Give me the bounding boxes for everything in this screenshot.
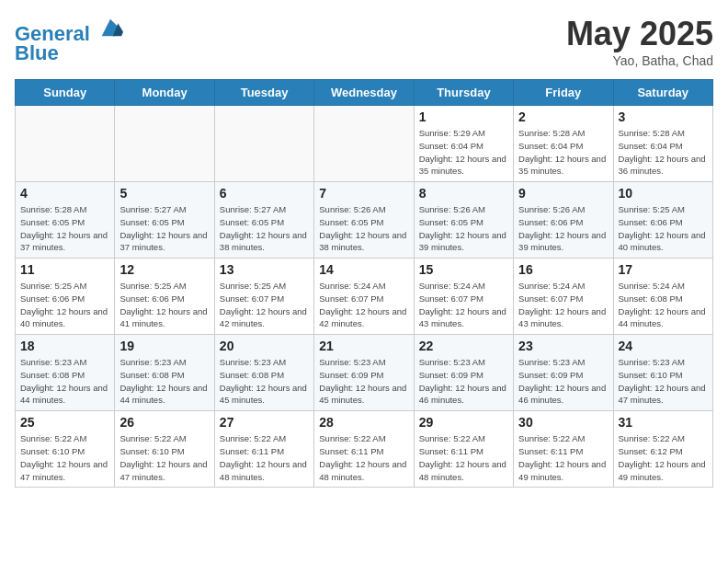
day-info: Sunrise: 5:23 AM Sunset: 6:10 PM Dayligh… — [619, 356, 708, 407]
calendar-cell: 15Sunrise: 5:24 AM Sunset: 6:07 PM Dayli… — [414, 259, 513, 335]
day-info: Sunrise: 5:22 AM Sunset: 6:10 PM Dayligh… — [119, 432, 209, 483]
logo: General Blue — [15, 15, 123, 65]
weekday-monday: Monday — [115, 80, 214, 106]
day-number: 1 — [419, 109, 508, 124]
day-number: 13 — [220, 262, 309, 277]
weekday-thursday: Thursday — [414, 80, 513, 106]
logo-icon — [97, 15, 123, 40]
calendar-cell: 8Sunrise: 5:26 AM Sunset: 6:05 PM Daylig… — [414, 182, 513, 259]
day-number: 11 — [20, 262, 109, 277]
day-number: 18 — [20, 339, 109, 353]
day-number: 4 — [20, 186, 109, 201]
week-row-4: 18Sunrise: 5:23 AM Sunset: 6:08 PM Dayli… — [16, 335, 713, 411]
calendar-cell — [115, 106, 214, 182]
week-row-1: 1Sunrise: 5:29 AM Sunset: 6:04 PM Daylig… — [16, 106, 713, 182]
day-number: 9 — [518, 186, 608, 201]
calendar-cell: 1Sunrise: 5:29 AM Sunset: 6:04 PM Daylig… — [414, 106, 513, 182]
calendar-cell: 20Sunrise: 5:23 AM Sunset: 6:08 PM Dayli… — [214, 335, 313, 411]
calendar-cell: 11Sunrise: 5:25 AM Sunset: 6:06 PM Dayli… — [16, 259, 115, 335]
day-number: 24 — [619, 339, 708, 353]
day-number: 21 — [319, 339, 408, 353]
calendar-cell: 31Sunrise: 5:22 AM Sunset: 6:12 PM Dayli… — [613, 411, 712, 488]
calendar-cell — [214, 106, 313, 182]
calendar-cell: 9Sunrise: 5:26 AM Sunset: 6:06 PM Daylig… — [514, 182, 613, 259]
day-info: Sunrise: 5:22 AM Sunset: 6:11 PM Dayligh… — [518, 432, 608, 483]
calendar-cell: 17Sunrise: 5:24 AM Sunset: 6:08 PM Dayli… — [613, 259, 712, 335]
calendar-cell: 21Sunrise: 5:23 AM Sunset: 6:09 PM Dayli… — [314, 335, 414, 411]
calendar-cell: 29Sunrise: 5:22 AM Sunset: 6:11 PM Dayli… — [414, 411, 513, 488]
calendar-cell — [16, 106, 115, 182]
day-info: Sunrise: 5:28 AM Sunset: 6:04 PM Dayligh… — [619, 127, 708, 178]
calendar-cell: 24Sunrise: 5:23 AM Sunset: 6:10 PM Dayli… — [613, 335, 712, 411]
calendar-cell: 16Sunrise: 5:24 AM Sunset: 6:07 PM Dayli… — [514, 259, 613, 335]
day-number: 22 — [419, 339, 508, 353]
day-number: 27 — [220, 415, 309, 430]
calendar-cell: 30Sunrise: 5:22 AM Sunset: 6:11 PM Dayli… — [514, 411, 613, 488]
day-number: 10 — [619, 186, 708, 201]
month-title: May 2025 — [566, 15, 713, 53]
calendar-cell: 3Sunrise: 5:28 AM Sunset: 6:04 PM Daylig… — [613, 106, 712, 182]
day-info: Sunrise: 5:28 AM Sunset: 6:04 PM Dayligh… — [518, 127, 608, 178]
calendar-table: SundayMondayTuesdayWednesdayThursdayFrid… — [15, 79, 713, 488]
day-info: Sunrise: 5:27 AM Sunset: 6:05 PM Dayligh… — [220, 203, 309, 254]
calendar-cell: 18Sunrise: 5:23 AM Sunset: 6:08 PM Dayli… — [16, 335, 115, 411]
weekday-wednesday: Wednesday — [314, 80, 414, 106]
day-number: 23 — [518, 339, 608, 353]
weekday-tuesday: Tuesday — [214, 80, 313, 106]
day-number: 3 — [619, 109, 708, 124]
day-info: Sunrise: 5:25 AM Sunset: 6:06 PM Dayligh… — [619, 203, 708, 254]
day-info: Sunrise: 5:24 AM Sunset: 6:08 PM Dayligh… — [619, 280, 708, 330]
day-info: Sunrise: 5:25 AM Sunset: 6:06 PM Dayligh… — [20, 280, 109, 330]
day-number: 8 — [419, 186, 508, 201]
day-info: Sunrise: 5:24 AM Sunset: 6:07 PM Dayligh… — [319, 280, 408, 330]
calendar-cell: 26Sunrise: 5:22 AM Sunset: 6:10 PM Dayli… — [115, 411, 214, 488]
page-header: General Blue May 2025 Yao, Batha, Chad — [15, 15, 713, 68]
calendar-cell: 12Sunrise: 5:25 AM Sunset: 6:06 PM Dayli… — [115, 259, 214, 335]
calendar-cell: 27Sunrise: 5:22 AM Sunset: 6:11 PM Dayli… — [214, 411, 313, 488]
week-row-3: 11Sunrise: 5:25 AM Sunset: 6:06 PM Dayli… — [16, 259, 713, 335]
weekday-sunday: Sunday — [16, 80, 115, 106]
day-number: 26 — [119, 415, 209, 430]
day-info: Sunrise: 5:23 AM Sunset: 6:08 PM Dayligh… — [220, 356, 309, 407]
calendar-cell — [314, 106, 414, 182]
weekday-header-row: SundayMondayTuesdayWednesdayThursdayFrid… — [16, 80, 713, 106]
day-info: Sunrise: 5:25 AM Sunset: 6:06 PM Dayligh… — [119, 280, 209, 330]
day-info: Sunrise: 5:22 AM Sunset: 6:11 PM Dayligh… — [319, 432, 408, 483]
day-number: 25 — [20, 415, 109, 430]
day-info: Sunrise: 5:22 AM Sunset: 6:11 PM Dayligh… — [220, 432, 309, 483]
calendar-cell: 25Sunrise: 5:22 AM Sunset: 6:10 PM Dayli… — [16, 411, 115, 488]
day-info: Sunrise: 5:22 AM Sunset: 6:10 PM Dayligh… — [20, 432, 109, 483]
day-info: Sunrise: 5:24 AM Sunset: 6:07 PM Dayligh… — [518, 280, 608, 330]
day-number: 7 — [319, 186, 408, 201]
week-row-2: 4Sunrise: 5:28 AM Sunset: 6:05 PM Daylig… — [16, 182, 713, 259]
day-info: Sunrise: 5:23 AM Sunset: 6:09 PM Dayligh… — [518, 356, 608, 407]
weekday-friday: Friday — [514, 80, 613, 106]
calendar-cell: 28Sunrise: 5:22 AM Sunset: 6:11 PM Dayli… — [314, 411, 414, 488]
day-number: 14 — [319, 262, 408, 277]
day-info: Sunrise: 5:22 AM Sunset: 6:12 PM Dayligh… — [619, 432, 708, 483]
calendar-cell: 5Sunrise: 5:27 AM Sunset: 6:05 PM Daylig… — [115, 182, 214, 259]
day-number: 17 — [619, 262, 708, 277]
location-subtitle: Yao, Batha, Chad — [566, 53, 713, 68]
calendar-cell: 13Sunrise: 5:25 AM Sunset: 6:07 PM Dayli… — [214, 259, 313, 335]
calendar-cell: 7Sunrise: 5:26 AM Sunset: 6:05 PM Daylig… — [314, 182, 414, 259]
day-info: Sunrise: 5:29 AM Sunset: 6:04 PM Dayligh… — [419, 127, 508, 178]
calendar-cell: 23Sunrise: 5:23 AM Sunset: 6:09 PM Dayli… — [514, 335, 613, 411]
day-info: Sunrise: 5:23 AM Sunset: 6:09 PM Dayligh… — [319, 356, 408, 407]
day-info: Sunrise: 5:26 AM Sunset: 6:05 PM Dayligh… — [319, 203, 408, 254]
day-number: 5 — [119, 186, 209, 201]
day-number: 20 — [220, 339, 309, 353]
day-number: 15 — [419, 262, 508, 277]
day-number: 31 — [619, 415, 708, 430]
day-info: Sunrise: 5:25 AM Sunset: 6:07 PM Dayligh… — [220, 280, 309, 330]
day-number: 16 — [518, 262, 608, 277]
day-number: 29 — [419, 415, 508, 430]
weekday-saturday: Saturday — [613, 80, 712, 106]
calendar-body: 1Sunrise: 5:29 AM Sunset: 6:04 PM Daylig… — [16, 106, 713, 488]
calendar-cell: 2Sunrise: 5:28 AM Sunset: 6:04 PM Daylig… — [514, 106, 613, 182]
title-area: May 2025 Yao, Batha, Chad — [566, 15, 713, 68]
day-number: 2 — [518, 109, 608, 124]
calendar-cell: 4Sunrise: 5:28 AM Sunset: 6:05 PM Daylig… — [16, 182, 115, 259]
day-info: Sunrise: 5:26 AM Sunset: 6:05 PM Dayligh… — [419, 203, 508, 254]
day-info: Sunrise: 5:22 AM Sunset: 6:11 PM Dayligh… — [419, 432, 508, 483]
